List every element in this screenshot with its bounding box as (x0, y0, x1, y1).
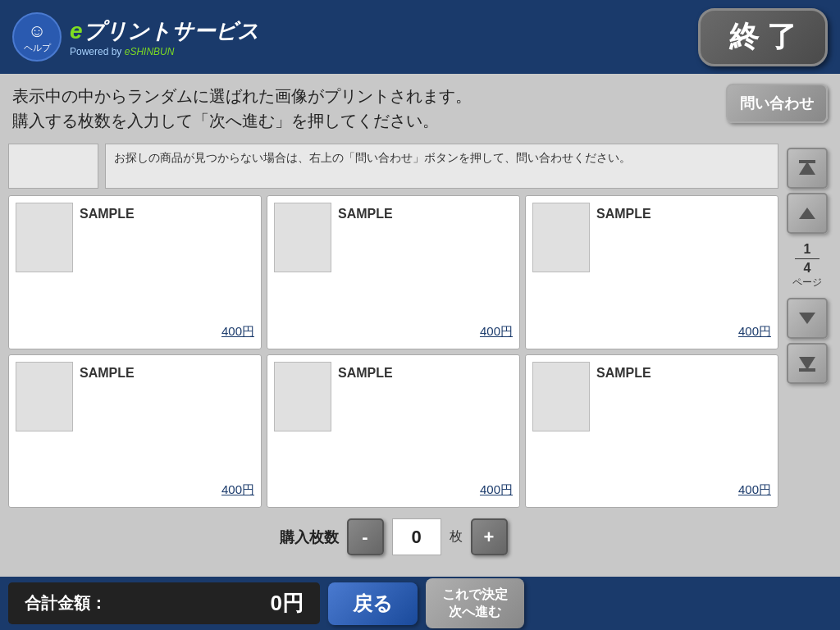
scroll-panel: 1 4 ページ (783, 144, 832, 562)
svg-marker-4 (799, 357, 815, 370)
back-button[interactable]: 戻る (328, 582, 418, 625)
product-card-4[interactable]: SAMPLE 400円 (8, 354, 262, 509)
notice-bar: お探しの商品が見つからない場合は、右上の「問い合わせ」ボタンを押して、問い合わせ… (8, 144, 778, 189)
shinbun-text: eSHINBUN (125, 46, 175, 57)
quantity-plus-button[interactable]: + (471, 518, 508, 555)
scroll-bottom-button[interactable] (787, 343, 828, 384)
logo-main: eプリントサービス (70, 17, 259, 46)
product-card-5-content: SAMPLE (274, 362, 513, 431)
next-button-line2: 次へ進む (442, 604, 508, 621)
product-card-1[interactable]: SAMPLE 400円 (8, 195, 262, 349)
product-thumb-6 (532, 362, 590, 431)
svg-marker-0 (799, 162, 815, 175)
quantity-bar: 購入枚数 - 0 枚 + (8, 512, 778, 562)
product-thumb-5 (274, 362, 331, 431)
svg-rect-1 (799, 160, 815, 163)
instruction-area: 表示中の中からランダムに選ばれた画像がプリントされます。 購入する枚数を入力して… (0, 74, 840, 139)
logo-area: eプリントサービス Powered by eSHINBUN (70, 17, 259, 57)
product-thumb-2 (274, 203, 331, 272)
notice-text: お探しの商品が見つからない場合は、右上の「問い合わせ」ボタンを押して、問い合わせ… (105, 144, 778, 189)
product-card-5[interactable]: SAMPLE 400円 (267, 354, 520, 509)
next-button-line1: これで決定 (442, 587, 508, 604)
product-card-3[interactable]: SAMPLE 400円 (525, 195, 778, 349)
page-divider (795, 258, 819, 259)
product-card-2-content: SAMPLE (274, 203, 513, 272)
product-card-6[interactable]: SAMPLE 400円 (525, 354, 778, 509)
quantity-minus-button[interactable]: - (347, 518, 384, 555)
page-current: 1 (792, 242, 822, 257)
powered-text: Powered by (70, 46, 125, 57)
scroll-up-button[interactable] (787, 193, 828, 234)
logo-sub: Powered by eSHINBUN (70, 46, 174, 57)
help-button[interactable]: ☺ ヘルプ (12, 12, 62, 62)
instruction-line2: 購入する枚数を入力して「次へ進む」を押してください。 (12, 108, 472, 133)
product-label-5: SAMPLE (338, 362, 393, 381)
page-indicator: 1 4 ページ (792, 238, 822, 294)
quantity-display: 0 (392, 518, 441, 555)
svg-marker-2 (799, 208, 815, 219)
product-label-4: SAMPLE (80, 362, 135, 381)
content-panel: お探しの商品が見つからない場合は、右上の「問い合わせ」ボタンを押して、問い合わせ… (8, 144, 778, 562)
scroll-down-button[interactable] (787, 298, 828, 339)
product-thumb-4 (16, 362, 73, 431)
product-card-4-content: SAMPLE (16, 362, 254, 431)
product-card-2[interactable]: SAMPLE 400円 (267, 195, 520, 349)
logo-text: プリントサービス (83, 19, 259, 43)
end-button[interactable]: 終 了 (698, 8, 828, 66)
quantity-unit: 枚 (450, 528, 463, 546)
svg-marker-3 (799, 313, 815, 324)
inquiry-button[interactable]: 問い合わせ (726, 84, 828, 123)
instruction-text: 表示中の中からランダムに選ばれた画像がプリントされます。 購入する枚数を入力して… (12, 84, 472, 133)
product-price-2: 400円 (274, 324, 513, 342)
product-label-3: SAMPLE (596, 203, 651, 221)
product-price-1: 400円 (16, 324, 254, 342)
footer: 合計金額： 0円 戻る これで決定 次へ進む (0, 577, 840, 630)
product-price-3: 400円 (532, 324, 771, 342)
product-thumb-3 (532, 203, 590, 272)
product-card-1-content: SAMPLE (16, 203, 254, 272)
help-face-icon: ☺ (28, 21, 46, 42)
product-label-1: SAMPLE (80, 203, 135, 221)
product-grid: SAMPLE 400円 SAMPLE 400円 SAMPLE 400円 (8, 195, 778, 508)
next-button[interactable]: これで決定 次へ進む (426, 578, 524, 629)
scroll-top-button[interactable] (787, 148, 828, 189)
product-label-2: SAMPLE (338, 203, 393, 221)
product-thumb-1 (16, 203, 73, 272)
total-area: 合計金額： 0円 (8, 582, 320, 624)
product-card-3-content: SAMPLE (532, 203, 771, 272)
product-price-5: 400円 (274, 482, 513, 500)
product-card-6-content: SAMPLE (532, 362, 771, 431)
page-total: 4 (792, 261, 822, 276)
product-label-6: SAMPLE (596, 362, 651, 381)
main-area: お探しの商品が見つからない場合は、右上の「問い合わせ」ボタンを押して、問い合わせ… (0, 139, 840, 566)
notice-thumbnail (8, 144, 98, 189)
total-amount: 0円 (271, 589, 304, 618)
total-label: 合計金額： (25, 592, 107, 614)
product-price-4: 400円 (16, 482, 254, 500)
header: ☺ ヘルプ eプリントサービス Powered by eSHINBUN 終 了 (0, 0, 840, 74)
help-label: ヘルプ (24, 42, 51, 54)
instruction-line1: 表示中の中からランダムに選ばれた画像がプリントされます。 (12, 84, 472, 108)
logo-e: e (70, 18, 83, 43)
quantity-label: 購入枚数 (280, 527, 339, 547)
page-unit: ページ (792, 276, 822, 290)
svg-rect-5 (799, 368, 815, 372)
product-price-6: 400円 (532, 482, 771, 500)
header-left: ☺ ヘルプ eプリントサービス Powered by eSHINBUN (12, 12, 259, 62)
